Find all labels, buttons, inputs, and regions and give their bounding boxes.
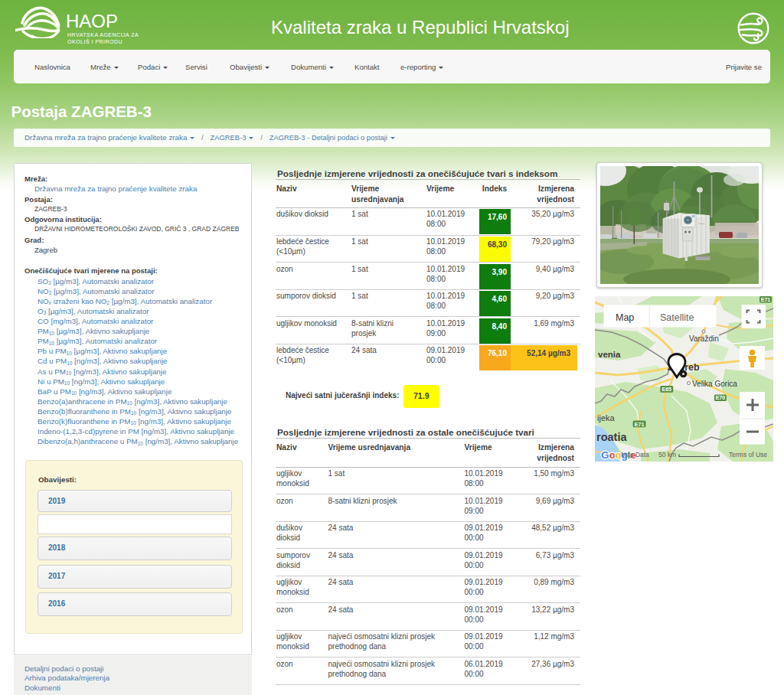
svg-text:G: G bbox=[601, 449, 609, 461]
svg-text:Terms of Use: Terms of Use bbox=[729, 451, 767, 458]
svg-text:E71: E71 bbox=[635, 422, 645, 427]
svg-text:Varaždin: Varaždin bbox=[689, 334, 719, 343]
svg-text:o: o bbox=[609, 449, 616, 461]
svg-text:50 km: 50 km bbox=[658, 451, 676, 458]
svg-text:roatia: roatia bbox=[596, 431, 627, 443]
svg-text:ijeka: ijeka bbox=[597, 413, 616, 423]
svg-text:E65: E65 bbox=[662, 387, 672, 392]
svg-text:venia: venia bbox=[598, 350, 621, 359]
svg-text:E71: E71 bbox=[761, 297, 771, 302]
svg-text:Velika Gorica: Velika Gorica bbox=[692, 380, 737, 388]
svg-text:Satellite: Satellite bbox=[660, 312, 694, 323]
svg-text:E70: E70 bbox=[716, 395, 726, 400]
svg-text:Map Data: Map Data bbox=[621, 451, 649, 458]
svg-text:Map: Map bbox=[616, 312, 634, 323]
